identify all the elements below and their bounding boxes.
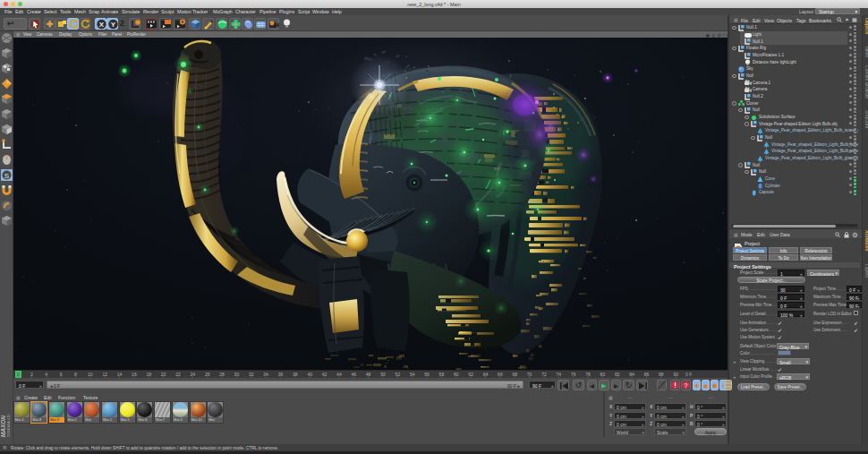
svg-text:40: 40	[307, 372, 312, 377]
svg-text:88: 88	[659, 372, 664, 377]
svg-text:80: 80	[600, 372, 606, 377]
svg-text:2: 2	[30, 372, 33, 377]
svg-text:56: 56	[424, 372, 430, 377]
svg-text:18: 18	[146, 372, 151, 377]
svg-text:36: 36	[278, 372, 284, 377]
svg-text:90: 90	[673, 372, 678, 377]
svg-text:X: X	[99, 21, 105, 29]
svg-text:28: 28	[219, 372, 225, 377]
svg-text:6: 6	[60, 372, 63, 377]
svg-text:38: 38	[293, 372, 298, 377]
svg-text:64: 64	[483, 372, 489, 377]
svg-text:42: 42	[322, 372, 328, 377]
svg-text:74: 74	[557, 372, 562, 377]
svg-text:32: 32	[249, 372, 254, 377]
svg-text:30: 30	[234, 372, 240, 377]
svg-text:16: 16	[132, 372, 137, 377]
svg-text:72: 72	[541, 372, 547, 377]
svg-text:8: 8	[74, 372, 77, 377]
svg-text:52: 52	[396, 372, 401, 377]
svg-text:58: 58	[439, 372, 445, 377]
svg-text:76: 76	[571, 372, 576, 377]
svg-text:48: 48	[366, 372, 371, 377]
svg-text:46: 46	[352, 372, 357, 377]
svg-text:62: 62	[468, 372, 473, 377]
svg-text:4: 4	[45, 372, 47, 377]
svg-text:0: 0	[17, 372, 20, 377]
svg-text:54: 54	[410, 372, 415, 377]
svg-text:84: 84	[629, 372, 634, 377]
svg-text:24: 24	[191, 372, 196, 377]
svg-text:20: 20	[161, 372, 166, 377]
svg-text:66: 66	[498, 372, 503, 377]
svg-text:68: 68	[512, 372, 517, 377]
svg-text:26: 26	[205, 372, 210, 377]
svg-text:50: 50	[380, 372, 386, 377]
svg-text:86: 86	[644, 372, 650, 377]
svg-text:14: 14	[117, 372, 123, 377]
svg-text:?: ?	[685, 382, 688, 389]
svg-text:12: 12	[102, 372, 107, 377]
svg-text:82: 82	[615, 372, 620, 377]
svg-text:70: 70	[527, 372, 532, 377]
svg-text:Y: Y	[111, 21, 116, 29]
svg-text:0 F: 0 F	[685, 372, 692, 377]
svg-text:22: 22	[175, 372, 181, 377]
svg-text:S: S	[4, 172, 9, 180]
svg-text:44: 44	[336, 372, 342, 377]
svg-text:78: 78	[585, 372, 591, 377]
svg-text:10: 10	[88, 372, 93, 377]
svg-text:60: 60	[454, 372, 459, 377]
svg-text:34: 34	[263, 372, 268, 377]
